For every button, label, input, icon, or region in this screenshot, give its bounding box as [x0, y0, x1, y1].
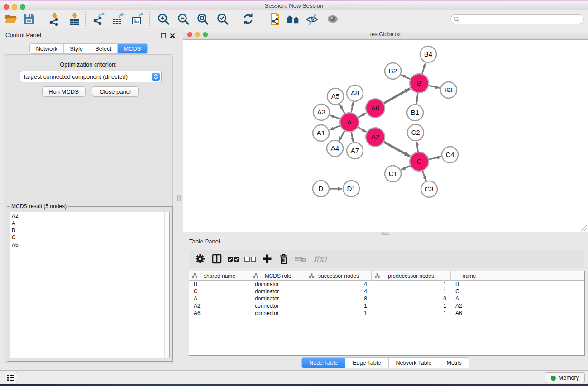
memory-status-icon [551, 376, 556, 381]
node-A7[interactable]: A7 [347, 143, 363, 159]
tab-motifs[interactable]: Motifs [439, 358, 468, 368]
hide-selected-icon[interactable] [305, 12, 320, 26]
edge-A-A3[interactable] [330, 115, 340, 119]
node-C1[interactable]: C1 [385, 166, 401, 182]
import-network-icon[interactable] [47, 12, 62, 26]
zoom-out-icon[interactable] [176, 12, 191, 26]
node-B4[interactable]: B4 [420, 46, 436, 62]
node-table-header: shared nameMCDS rolesuccessor nodesprede… [189, 271, 584, 281]
vertical-splitter-grip[interactable] [177, 195, 181, 201]
edge-A-A6[interactable] [358, 113, 366, 118]
float-panel-icon[interactable] [161, 32, 167, 38]
edge-A-A1[interactable] [330, 126, 340, 130]
tab-network-table[interactable]: Network Table [389, 358, 440, 368]
column-header-predecessor-nodes[interactable]: predecessor nodes [372, 271, 451, 281]
edge-C-C3[interactable] [422, 171, 426, 181]
edge-A-A8[interactable] [351, 102, 353, 113]
node-C[interactable]: C [410, 152, 429, 171]
zoom-fit-content-icon[interactable] [195, 12, 210, 26]
network-canvas[interactable]: B4B2BB3B1A5A8A6A3AA1A4A7A2C2C4CC1C3DD1 [183, 40, 588, 232]
edge-B-B4[interactable] [422, 63, 425, 74]
node-B2[interactable]: B2 [385, 63, 401, 79]
table-row[interactable]: A6connector11A6 [189, 310, 584, 317]
refresh-layout-icon[interactable] [240, 12, 256, 26]
close-panel-icon[interactable] [170, 32, 176, 38]
column-header-name[interactable]: name [451, 271, 488, 281]
edge-A-A7[interactable] [351, 132, 353, 142]
run-mcds-button[interactable]: Run MCDS [42, 86, 86, 97]
node-A8[interactable]: A8 [347, 85, 363, 101]
node-A4[interactable]: A4 [327, 140, 343, 157]
edge-C-C2[interactable] [416, 142, 418, 152]
zoom-selected-icon[interactable] [215, 12, 230, 26]
tab-style[interactable]: Style [64, 44, 89, 53]
table-row[interactable]: Bdominator41B [189, 281, 584, 288]
column-header-successor-nodes[interactable]: successor nodes [306, 271, 372, 281]
node-D1[interactable]: D1 [343, 181, 359, 197]
network-from-file-icon[interactable] [267, 12, 282, 26]
edge-A-A4[interactable] [339, 131, 345, 140]
import-table-icon[interactable] [67, 12, 82, 26]
export-table-icon[interactable] [110, 12, 126, 26]
node-A[interactable]: A [340, 113, 359, 132]
horizontal-splitter-grip[interactable] [382, 232, 389, 235]
search-input[interactable] [460, 16, 583, 23]
edge-C-C1[interactable] [401, 166, 410, 170]
edge-B-B3[interactable] [429, 86, 440, 88]
show-hidden-icon[interactable] [325, 12, 340, 26]
edge-B-B1[interactable] [416, 93, 418, 104]
task-history-button[interactable] [5, 372, 17, 383]
node-A2[interactable]: A2 [366, 128, 385, 147]
table-row[interactable]: Cdominator41C [189, 288, 584, 295]
show-first-neighbors-icon[interactable] [285, 12, 301, 26]
zoom-in-icon[interactable] [156, 12, 171, 26]
edge-A2-C[interactable] [384, 142, 410, 157]
result-list-scrollbar[interactable] [164, 212, 169, 358]
criterion-dropdown[interactable]: largest connected component (directed) [20, 71, 162, 82]
edge-B-B2[interactable] [401, 75, 410, 79]
tab-network[interactable]: Network [30, 44, 64, 53]
edge-C-C4[interactable] [429, 157, 441, 159]
gear-icon[interactable] [191, 252, 208, 266]
node-A3[interactable]: A3 [313, 104, 330, 120]
tab-mcds[interactable]: MCDS [118, 44, 147, 53]
open-session-icon[interactable] [3, 12, 19, 26]
split-view-icon[interactable] [208, 252, 225, 266]
edge-A-A2[interactable] [358, 127, 366, 132]
add-column-icon[interactable] [258, 252, 275, 266]
close-panel-button[interactable]: Close panel [92, 86, 139, 97]
edge-A6-B[interactable] [384, 88, 410, 103]
node-A6[interactable]: A6 [366, 99, 385, 118]
export-network-icon[interactable] [91, 12, 107, 26]
tab-select[interactable]: Select [89, 44, 118, 53]
window-resize-grip[interactable] [581, 225, 587, 231]
column-header-label: predecessor nodes [388, 273, 434, 279]
export-image-icon[interactable] [130, 12, 145, 26]
node-B[interactable]: B [410, 74, 429, 93]
tab-edge-table[interactable]: Edge Table [345, 358, 388, 368]
tab-node-table[interactable]: Node Table [302, 358, 345, 368]
node-B3[interactable]: B3 [440, 82, 457, 98]
search-field[interactable] [450, 14, 584, 24]
node-D[interactable]: D [313, 181, 329, 197]
node-C4[interactable]: C4 [442, 147, 458, 163]
node-C2[interactable]: C2 [407, 124, 424, 141]
table-cell: A2 [194, 302, 201, 310]
edge-A-A5[interactable] [340, 105, 345, 114]
save-session-icon[interactable] [21, 12, 37, 26]
node-C3[interactable]: C3 [421, 181, 437, 197]
table-row[interactable]: A2connector11A2 [189, 302, 584, 310]
memory-button[interactable]: Memory [545, 372, 585, 383]
select-all-checkboxes-icon[interactable] [225, 252, 242, 266]
table-cell: 1 [372, 288, 446, 295]
table-cell: 4 [306, 288, 367, 295]
node-A5[interactable]: A5 [327, 88, 344, 105]
node-B1[interactable]: B1 [407, 105, 423, 121]
column-header-MCDS-role[interactable]: MCDS role [250, 271, 306, 281]
column-header-shared-name[interactable]: shared name [189, 271, 250, 281]
svg-text:C2: C2 [411, 129, 420, 136]
delete-columns-icon[interactable] [275, 252, 292, 266]
deselect-all-checkboxes-icon[interactable] [242, 252, 258, 266]
node-A1[interactable]: A1 [313, 125, 329, 141]
table-row[interactable]: Adominator80A [189, 295, 584, 302]
